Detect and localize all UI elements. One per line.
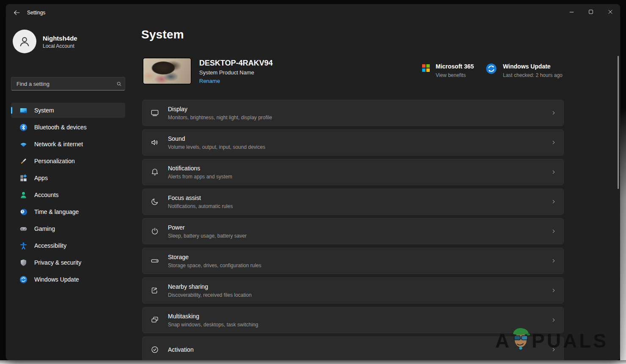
window-title: Settings [27,10,45,16]
windows-update-card[interactable]: Windows Update Last checked: 2 hours ago [486,63,563,78]
row-subtitle: Notifications, automatic rules [168,203,233,209]
row-title: Multitasking [168,313,258,320]
device-header: DESKTOP-4RAKV94 System Product Name Rena… [141,57,620,85]
settings-row-activation[interactable]: Activation [142,337,564,360]
settings-row-notifications[interactable]: Notifications Alerts from apps and syste… [142,159,564,185]
desktop-edge-right [620,0,626,360]
person-icon [17,34,32,49]
windows-update-icon [19,276,27,284]
windows-update-icon [486,63,497,74]
device-product-name: System Product Name [199,69,273,76]
chevron-right-icon [551,199,557,205]
row-subtitle: Monitors, brightness, night light, displ… [168,115,272,120]
windows-update-title: Windows Update [503,63,563,70]
page-title: System [141,28,184,41]
chevron-right-icon [551,110,557,116]
row-title: Focus assist [168,194,233,202]
microsoft-365-card[interactable]: Microsoft 365 View benefits [422,63,474,78]
settings-row-power[interactable]: Power Sleep, battery usage, battery save… [142,218,564,244]
microsoft-logo-icon [422,64,430,72]
rename-link[interactable]: Rename [199,78,220,84]
device-thumbnail [143,57,192,85]
sidebar-item-personalization[interactable]: Personalization [11,153,125,169]
sound-icon [150,138,159,147]
storage-icon [150,256,159,265]
windows-update-subtitle: Last checked: 2 hours ago [503,72,563,78]
sidebar-item-bluetooth-devices[interactable]: Bluetooth & devices [11,120,125,135]
chevron-right-icon [551,317,557,323]
time-language-icon [19,208,27,216]
settings-window: Settings [6,4,620,360]
row-title: Power [168,224,247,231]
chevron-right-icon [551,347,557,353]
row-title: Storage [168,254,261,261]
screenshot-stage: Settings [0,0,626,364]
row-title: Sound [168,135,265,142]
chevron-right-icon [551,169,557,175]
row-subtitle: Sleep, battery usage, battery saver [168,233,247,239]
row-title: Nearby sharing [168,283,252,290]
sidebar-item-system[interactable]: System [11,103,125,118]
sidebar-item-apps[interactable]: Apps [11,170,125,186]
user-card[interactable]: Nightsh4de Local Account [13,30,77,53]
sidebar-item-privacy-security[interactable]: Privacy & security [11,255,125,270]
row-title: Notifications [168,165,232,172]
privacy-security-icon [19,259,27,267]
device-name: DESKTOP-4RAKV94 [199,58,273,68]
back-button[interactable] [9,7,24,19]
gaming-icon [19,225,27,233]
sidebar-item-accessibility[interactable]: Accessibility [11,238,125,253]
user-account-type: Local Account [43,43,77,49]
chevron-right-icon [551,228,557,234]
row-title: Activation [168,346,194,353]
user-name: Nightsh4de [43,34,77,42]
nearby-sharing-icon [150,286,159,295]
chevron-right-icon [551,140,557,145]
sidebar-item-accounts[interactable]: Accounts [11,187,125,203]
back-arrow-icon [13,9,20,16]
chevron-right-icon [551,258,557,264]
row-subtitle: Snap windows, desktops, task switching [168,322,258,328]
main-content: System DESKTOP-4RAKV94 System Product Na… [141,4,620,360]
sidebar-item-windows-update[interactable]: Windows Update [11,272,125,287]
accessibility-icon [19,242,27,250]
settings-row-nearby-sharing[interactable]: Nearby sharing Discoverability, received… [142,277,564,304]
accounts-icon [19,191,27,199]
sidebar-nav: System Bluetooth & devices Network & int… [11,103,125,289]
multitasking-icon [150,315,159,325]
device-info: DESKTOP-4RAKV94 System Product Name Rena… [199,58,273,85]
personalization-icon [19,157,27,165]
settings-row-focus-assist[interactable]: Focus assist Notifications, automatic ru… [142,189,564,215]
sidebar: Nightsh4de Local Account System Bluetoot… [6,21,136,360]
apps-icon [19,174,27,182]
sidebar-item-time-language[interactable]: Time & language [11,204,125,219]
row-subtitle: Alerts from apps and system [168,174,232,180]
system-icon [19,107,27,115]
row-title: Display [168,106,272,113]
focus-assist-icon [150,197,159,206]
microsoft-365-title: Microsoft 365 [436,63,474,70]
network-icon [19,140,27,148]
bluetooth-icon [19,123,27,131]
microsoft-365-subtitle[interactable]: View benefits [436,72,474,78]
selected-accent-pill [11,107,12,114]
row-subtitle: Storage space, drives, configuration rul… [168,263,261,268]
search-icon [113,81,125,87]
sidebar-item-gaming[interactable]: Gaming [11,221,125,236]
notifications-icon [150,167,159,177]
settings-row-storage[interactable]: Storage Storage space, drives, configura… [142,248,564,274]
sidebar-item-network-internet[interactable]: Network & internet [11,137,125,152]
settings-row-multitasking[interactable]: Multitasking Snap windows, desktops, tas… [142,307,564,333]
settings-rows: Display Monitors, brightness, night ligh… [142,100,564,360]
avatar [13,30,36,53]
row-subtitle: Volume levels, output, input, sound devi… [168,144,265,150]
power-icon [150,227,159,236]
settings-row-display[interactable]: Display Monitors, brightness, night ligh… [142,100,564,126]
display-icon [150,108,159,118]
search-input[interactable] [11,81,113,87]
chevron-right-icon [551,287,557,293]
row-subtitle: Discoverability, received files location [168,292,252,298]
settings-row-sound[interactable]: Sound Volume levels, output, input, soun… [142,129,564,156]
activation-icon [150,345,159,354]
scrollbar-thumb[interactable] [618,56,619,189]
